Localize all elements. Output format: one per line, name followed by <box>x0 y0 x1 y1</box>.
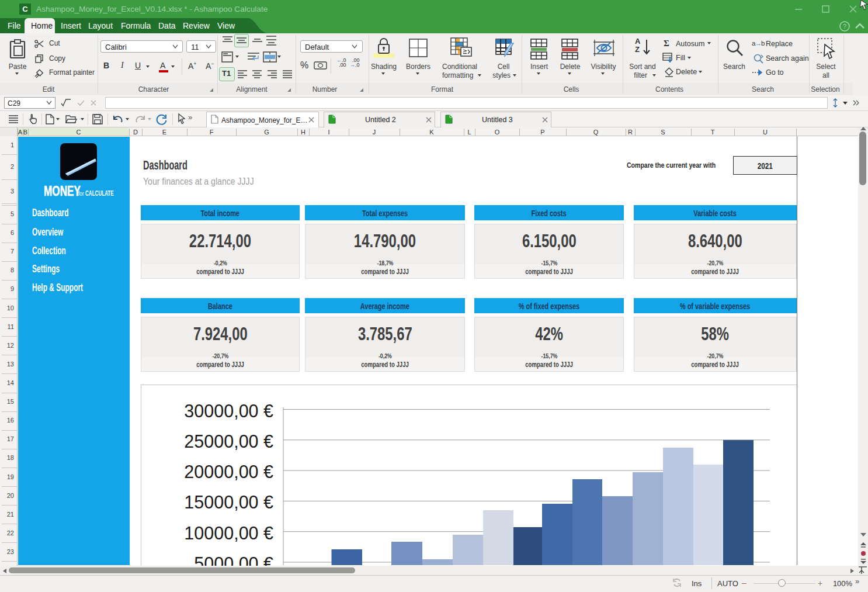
svg-text:?: ? <box>843 23 846 30</box>
